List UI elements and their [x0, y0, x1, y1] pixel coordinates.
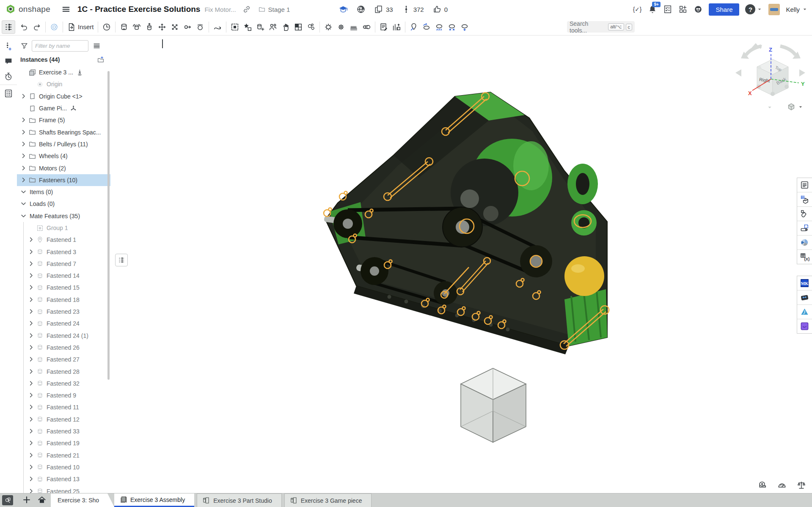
copies-stat[interactable]: 33: [374, 5, 393, 14]
user-menu[interactable]: Kelly: [786, 6, 808, 13]
explode-x-icon[interactable]: [446, 21, 458, 33]
pin-slot-mate-icon[interactable]: [181, 21, 194, 33]
view-mode-button[interactable]: [787, 102, 804, 112]
tree-item[interactable]: Fastened 24: [17, 318, 110, 329]
chevron-right-icon[interactable]: [28, 236, 35, 243]
manage-positions-icon[interactable]: [267, 21, 279, 33]
tree-item[interactable]: Shafts Bearings Spac...: [17, 126, 110, 138]
chevron-right-icon[interactable]: [28, 452, 35, 459]
assembly-scene[interactable]: Top Right Back Z Y X: [110, 36, 812, 493]
in-context-icon[interactable]: [797, 207, 812, 221]
tree-item[interactable]: Fastened 7: [17, 258, 110, 270]
chevron-right-icon[interactable]: [28, 308, 35, 315]
revolve-animate-icon[interactable]: [420, 21, 433, 33]
chevron-right-icon[interactable]: [20, 141, 27, 148]
tree-item[interactable]: Fastened 3: [17, 246, 110, 258]
document-tab-3[interactable]: Exercise 3 Game piece: [284, 493, 372, 507]
tree-item[interactable]: Fastened 14: [17, 270, 110, 282]
redo-icon[interactable]: [30, 21, 43, 33]
add-tab-icon[interactable]: [22, 495, 31, 504]
purple-app-icon[interactable]: [797, 319, 812, 333]
insert-icon[interactable]: Insert: [65, 21, 96, 33]
chevron-down-icon[interactable]: [20, 189, 27, 195]
chevron-right-icon[interactable]: [28, 428, 35, 435]
view-cube[interactable]: Top Right Back Z Y X: [735, 43, 805, 96]
tree-item[interactable]: Exercise 3 ...: [17, 66, 110, 78]
tree-item[interactable]: Fastened 21: [17, 449, 110, 461]
robot-app-icon[interactable]: [797, 290, 812, 305]
tree-item[interactable]: Fastened 19: [17, 437, 110, 449]
chevron-right-icon[interactable]: [28, 356, 35, 363]
configurations-icon[interactable]: [292, 21, 305, 33]
chevron-right-icon[interactable]: [20, 177, 27, 184]
share-button[interactable]: Share: [709, 3, 739, 16]
mechanism-relations-icon[interactable]: [305, 21, 317, 33]
tree-item[interactable]: Fastened 33: [17, 425, 110, 437]
game-piece-cube[interactable]: [461, 368, 526, 442]
avatar[interactable]: [768, 4, 780, 15]
viewcube-down-arrow[interactable]: [766, 104, 773, 111]
sheet-metal-icon[interactable]: [797, 221, 812, 236]
3d-viewport[interactable]: Top Right Back Z Y X: [110, 36, 812, 493]
chevron-right-icon[interactable]: [28, 488, 35, 493]
revolute-mate-icon[interactable]: [130, 21, 143, 33]
pattern-icon[interactable]: [254, 21, 267, 33]
tree-item[interactable]: Fastened 9: [17, 389, 110, 401]
add-folder-icon[interactable]: [97, 56, 105, 63]
replicate-icon[interactable]: [241, 21, 254, 33]
home-tab-icon[interactable]: [37, 495, 47, 504]
list-view-icon[interactable]: [93, 42, 101, 50]
tree-item[interactable]: Fastened 11: [17, 401, 110, 413]
mk-app-icon[interactable]: [797, 276, 812, 290]
chevron-right-icon[interactable]: [28, 344, 35, 351]
chevron-right-icon[interactable]: [28, 404, 35, 411]
tree-item[interactable]: Wheels (4): [17, 150, 110, 162]
ball-mate-icon[interactable]: [194, 21, 206, 33]
workspace-breadcrumb[interactable]: Stage 1: [258, 5, 290, 13]
chevron-right-icon[interactable]: [28, 392, 35, 399]
likes-stat[interactable]: 0: [432, 5, 448, 14]
education-badge-icon[interactable]: [339, 5, 348, 14]
apps-grid-icon[interactable]: [678, 5, 688, 14]
tree-item[interactable]: Motors (2): [17, 162, 110, 174]
insert-new-item-icon[interactable]: [4, 41, 13, 51]
tasks-checklist-icon[interactable]: [663, 5, 672, 14]
chevron-right-icon[interactable]: [20, 93, 27, 100]
tree-item[interactable]: Origin: [17, 78, 110, 90]
tree-item[interactable]: Fastened 10: [17, 461, 110, 473]
help-menu[interactable]: ?: [745, 4, 762, 14]
tree-item[interactable]: Origin Cube <1>: [17, 90, 110, 102]
tree-item[interactable]: Fastened 24 (1): [17, 330, 110, 342]
chevron-right-icon[interactable]: [28, 296, 35, 303]
search-tools-box[interactable]: Search tools... alt/⌥ c: [567, 21, 635, 33]
notifications-bell-icon[interactable]: 9+: [648, 5, 657, 14]
explode-y-icon[interactable]: [458, 21, 471, 33]
filter-input[interactable]: [32, 40, 88, 52]
rack-pinion-relation-icon[interactable]: [335, 21, 347, 33]
document-tab-2[interactable]: Exercise 3 Part Studio: [197, 493, 282, 507]
screw-relation-icon[interactable]: [347, 21, 360, 33]
gear-relation-icon[interactable]: [322, 21, 335, 33]
undo-icon[interactable]: [18, 21, 30, 33]
chevron-right-icon[interactable]: [28, 464, 35, 471]
chevron-right-icon[interactable]: [28, 416, 35, 423]
tree-item[interactable]: Fastened 15: [17, 282, 110, 293]
tree-item[interactable]: Fastened 25: [17, 485, 110, 493]
chevron-right-icon[interactable]: [28, 284, 35, 291]
chevron-right-icon[interactable]: [20, 129, 27, 136]
tree-item[interactable]: Fastened 18: [17, 294, 110, 306]
frame-analysis-icon[interactable]: [390, 21, 403, 33]
tangent-mate-icon[interactable]: [211, 21, 224, 33]
mate-connector-icon[interactable]: [100, 21, 113, 33]
tree-item[interactable]: Belts / Pulleys (11): [17, 138, 110, 150]
chevron-right-icon[interactable]: [28, 380, 35, 387]
chevron-right-icon[interactable]: [20, 117, 27, 123]
properties-icon[interactable]: [4, 89, 13, 98]
planar-mate-icon[interactable]: [156, 21, 168, 33]
panel-scrollbar[interactable]: [107, 71, 110, 380]
chevron-right-icon[interactable]: [28, 272, 35, 279]
history-icon[interactable]: [4, 72, 13, 81]
tree-item[interactable]: Fasteners (10): [17, 174, 110, 186]
translate-animate-icon[interactable]: [433, 21, 446, 33]
assembly-structure-icon[interactable]: [2, 20, 15, 34]
